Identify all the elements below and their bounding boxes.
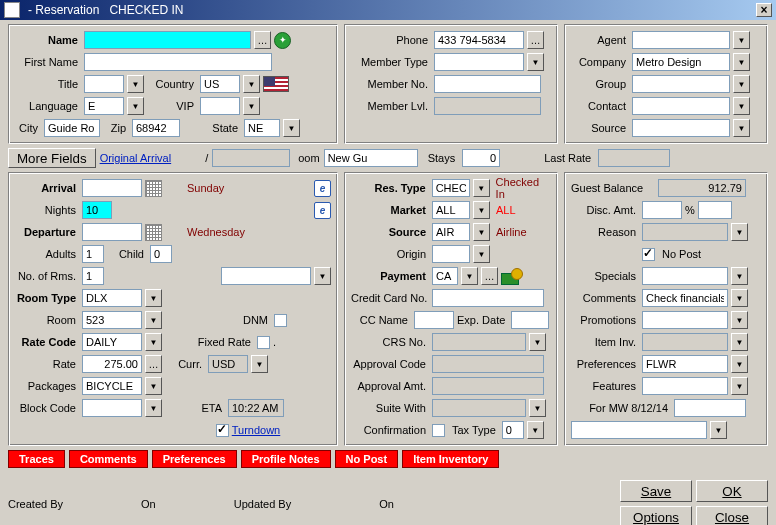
assoc-source-dropdown[interactable] bbox=[733, 119, 750, 137]
country-dropdown[interactable] bbox=[243, 75, 260, 93]
extra-bottom-dropdown[interactable] bbox=[710, 421, 727, 439]
comments-input[interactable] bbox=[642, 289, 728, 307]
name-input[interactable] bbox=[84, 31, 251, 49]
rms-extra-input[interactable] bbox=[221, 267, 311, 285]
specials-dropdown[interactable] bbox=[731, 267, 748, 285]
res-source-dropdown[interactable] bbox=[473, 223, 490, 241]
assoc-source-input[interactable] bbox=[632, 119, 730, 137]
calendar-icon-2[interactable] bbox=[145, 224, 162, 241]
state-dropdown[interactable] bbox=[283, 119, 300, 137]
contact-input[interactable] bbox=[632, 97, 730, 115]
fixed-rate-checkbox[interactable] bbox=[257, 336, 270, 349]
options-button[interactable]: Options bbox=[620, 506, 692, 525]
ie-icon[interactable]: e bbox=[314, 180, 331, 197]
curr-dropdown[interactable] bbox=[251, 355, 268, 373]
money-icon[interactable] bbox=[501, 268, 523, 285]
company-input[interactable] bbox=[632, 53, 730, 71]
tab-comments[interactable]: Comments bbox=[69, 450, 148, 468]
vip-input[interactable] bbox=[200, 97, 240, 115]
mid-room-input[interactable] bbox=[324, 149, 418, 167]
res-type-dropdown[interactable] bbox=[473, 179, 490, 197]
extra-bottom-input[interactable] bbox=[571, 421, 707, 439]
promotions-input[interactable] bbox=[642, 311, 728, 329]
child-input[interactable] bbox=[150, 245, 172, 263]
tab-preferences[interactable]: Preferences bbox=[152, 450, 237, 468]
original-arrival-link[interactable]: Original Arrival bbox=[100, 152, 172, 164]
vip-dropdown[interactable] bbox=[243, 97, 260, 115]
room-type-dropdown[interactable] bbox=[145, 289, 162, 307]
language-dropdown[interactable] bbox=[127, 97, 144, 115]
item-inv-dropdown[interactable] bbox=[731, 333, 748, 351]
ok-button[interactable]: OK bbox=[696, 480, 768, 502]
state-input[interactable] bbox=[244, 119, 280, 137]
phone-input[interactable] bbox=[434, 31, 524, 49]
no-rms-input[interactable] bbox=[82, 267, 104, 285]
block-code-input[interactable] bbox=[82, 399, 142, 417]
payment-dropdown[interactable] bbox=[461, 267, 478, 285]
origin-dropdown[interactable] bbox=[473, 245, 490, 263]
group-dropdown[interactable] bbox=[733, 75, 750, 93]
packages-input[interactable] bbox=[82, 377, 142, 395]
cc-no-input[interactable] bbox=[432, 289, 544, 307]
first-name-input[interactable] bbox=[84, 53, 272, 71]
suite-with-dropdown[interactable] bbox=[529, 399, 546, 417]
crs-no-dropdown[interactable] bbox=[529, 333, 546, 351]
dnm-checkbox[interactable] bbox=[274, 314, 287, 327]
member-no-input[interactable] bbox=[434, 75, 541, 93]
save-button[interactable]: Save bbox=[620, 480, 692, 502]
exp-date-input[interactable] bbox=[511, 311, 549, 329]
confirmation-checkbox[interactable] bbox=[432, 424, 445, 437]
room-input[interactable] bbox=[82, 311, 142, 329]
tab-no-post[interactable]: No Post bbox=[335, 450, 399, 468]
tab-traces[interactable]: Traces bbox=[8, 450, 65, 468]
room-dropdown[interactable] bbox=[145, 311, 162, 329]
room-type-input[interactable] bbox=[82, 289, 142, 307]
tab-item-inventory[interactable]: Item Inventory bbox=[402, 450, 499, 468]
payment-lookup-button[interactable] bbox=[481, 267, 498, 285]
rate-code-dropdown[interactable] bbox=[145, 333, 162, 351]
title-dropdown[interactable] bbox=[127, 75, 144, 93]
features-input[interactable] bbox=[642, 377, 728, 395]
country-input[interactable] bbox=[200, 75, 240, 93]
res-source-input[interactable] bbox=[432, 223, 470, 241]
for-mw-input[interactable] bbox=[674, 399, 746, 417]
no-post-checkbox[interactable] bbox=[642, 248, 655, 261]
nights-input[interactable] bbox=[82, 201, 112, 219]
disc-amt-input[interactable] bbox=[642, 201, 682, 219]
turndown-label[interactable]: Turndown bbox=[232, 424, 281, 436]
packages-dropdown[interactable] bbox=[145, 377, 162, 395]
cc-name-input[interactable] bbox=[414, 311, 454, 329]
window-close-button[interactable]: × bbox=[756, 3, 772, 17]
agent-input[interactable] bbox=[632, 31, 730, 49]
res-type-input[interactable] bbox=[432, 179, 470, 197]
pct-input[interactable] bbox=[698, 201, 732, 219]
payment-input[interactable] bbox=[432, 267, 458, 285]
specials-input[interactable] bbox=[642, 267, 728, 285]
title-input[interactable] bbox=[84, 75, 124, 93]
tab-profile-notes[interactable]: Profile Notes bbox=[241, 450, 331, 468]
rms-extra-dropdown[interactable] bbox=[314, 267, 331, 285]
stays-input[interactable] bbox=[462, 149, 500, 167]
company-dropdown[interactable] bbox=[733, 53, 750, 71]
comments-dropdown[interactable] bbox=[731, 289, 748, 307]
agent-dropdown[interactable] bbox=[733, 31, 750, 49]
close-button[interactable]: Close bbox=[696, 506, 768, 525]
member-type-input[interactable] bbox=[434, 53, 524, 71]
tax-type-input[interactable] bbox=[502, 421, 524, 439]
calendar-icon[interactable] bbox=[145, 180, 162, 197]
more-fields-button[interactable]: More Fields bbox=[8, 148, 96, 168]
zip-input[interactable] bbox=[132, 119, 180, 137]
preferences-dropdown[interactable] bbox=[731, 355, 748, 373]
preferences-input[interactable] bbox=[642, 355, 728, 373]
phone-lookup-button[interactable] bbox=[527, 31, 544, 49]
rate-code-input[interactable] bbox=[82, 333, 142, 351]
market-input[interactable] bbox=[432, 201, 470, 219]
promotions-dropdown[interactable] bbox=[731, 311, 748, 329]
turndown-checkbox[interactable] bbox=[216, 424, 229, 437]
rate-lookup-button[interactable] bbox=[145, 355, 162, 373]
adults-input[interactable] bbox=[82, 245, 104, 263]
group-input[interactable] bbox=[632, 75, 730, 93]
arrival-input[interactable] bbox=[82, 179, 142, 197]
language-input[interactable] bbox=[84, 97, 124, 115]
origin-input[interactable] bbox=[432, 245, 470, 263]
